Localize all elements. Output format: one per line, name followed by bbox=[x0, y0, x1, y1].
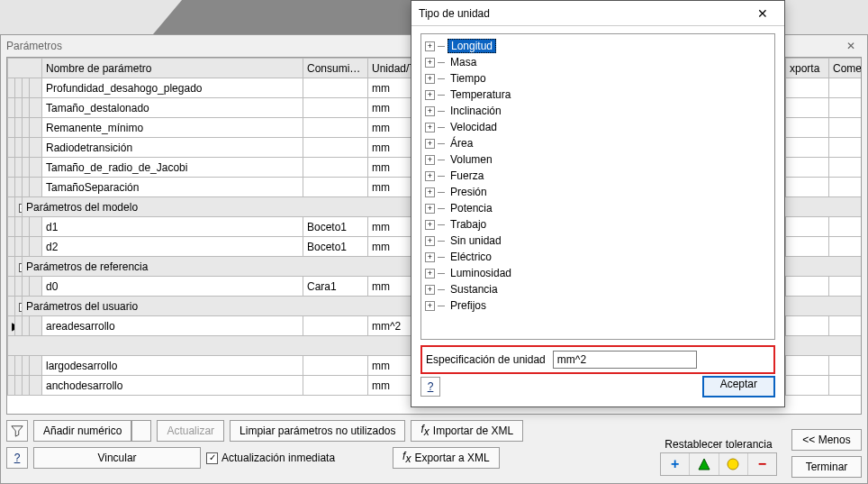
tol-minus-icon[interactable]: − bbox=[748, 453, 776, 475]
unit-spec-label: Especificación de unidad bbox=[426, 353, 546, 366]
tree-item-potencia[interactable]: +Potencia bbox=[425, 200, 771, 216]
tol-circle-icon[interactable] bbox=[719, 453, 748, 475]
col-name[interactable]: Nombre de parámetro bbox=[42, 59, 303, 78]
col-export[interactable]: xporta bbox=[786, 59, 829, 78]
link-button[interactable]: Vincular bbox=[33, 447, 201, 469]
unit-tree[interactable]: +Longitud+Masa+Tiempo+Temperatura+Inclin… bbox=[420, 33, 775, 340]
export-xml-button[interactable]: fx Exportar a XML bbox=[393, 447, 500, 469]
update-button[interactable]: Actualizar bbox=[157, 420, 224, 442]
tree-item-presión[interactable]: +Presión bbox=[425, 184, 771, 200]
accept-button[interactable]: Aceptar bbox=[702, 376, 775, 397]
svg-point-0 bbox=[728, 459, 738, 470]
tree-item-sin-unidad[interactable]: +Sin unidad bbox=[425, 233, 771, 249]
parameters-bottom-toolbar: Añadir numérico Actualizar Limpiar parám… bbox=[1, 415, 867, 483]
help-icon[interactable]: ? bbox=[6, 447, 28, 469]
tree-item-área[interactable]: +Área bbox=[425, 135, 771, 151]
tree-item-eléctrico[interactable]: +Eléctrico bbox=[425, 249, 771, 265]
unit-dialog-close-icon[interactable]: ✕ bbox=[748, 3, 777, 24]
immediate-update-checkbox[interactable]: ✓ Actualización inmediata bbox=[206, 452, 335, 464]
unit-spec-input[interactable] bbox=[553, 351, 697, 369]
tree-item-longitud[interactable]: +Longitud bbox=[425, 38, 771, 54]
tree-item-prefijos[interactable]: +Prefijos bbox=[425, 297, 771, 314]
finish-button[interactable]: Terminar bbox=[791, 456, 862, 478]
col-consumed[interactable]: Consumido p bbox=[303, 59, 368, 78]
filter-icon[interactable] bbox=[6, 420, 28, 442]
add-numeric-dropdown[interactable] bbox=[131, 420, 151, 442]
unit-help-icon[interactable]: ? bbox=[420, 377, 440, 397]
reset-tolerance-label: Restablecer tolerancia bbox=[660, 438, 777, 451]
tol-triangle-icon[interactable] bbox=[690, 453, 719, 475]
tree-item-tiempo[interactable]: +Tiempo bbox=[425, 70, 771, 87]
tree-item-luminosidad[interactable]: +Luminosidad bbox=[425, 265, 771, 281]
tree-item-fuerza[interactable]: +Fuerza bbox=[425, 168, 771, 184]
tree-item-inclinación[interactable]: +Inclinación bbox=[425, 103, 771, 119]
unit-dialog-title: Tipo de unidad bbox=[419, 7, 490, 20]
parameters-title: Parámetros bbox=[6, 35, 62, 57]
tolerance-icons: + − bbox=[660, 452, 777, 476]
tree-item-trabajo[interactable]: +Trabajo bbox=[425, 216, 771, 233]
tol-plus-icon[interactable]: + bbox=[661, 453, 690, 475]
col-comment[interactable]: Comentario bbox=[829, 59, 863, 78]
unit-type-dialog: Tipo de unidad ✕ +Longitud+Masa+Tiempo+T… bbox=[411, 0, 785, 407]
tree-item-sustancia[interactable]: +Sustancia bbox=[425, 281, 771, 297]
clean-unused-button[interactable]: Limpiar parámetros no utilizados bbox=[230, 420, 405, 442]
unit-spec-highlight: Especificación de unidad bbox=[420, 345, 775, 374]
parameters-close-icon[interactable]: ✕ bbox=[840, 35, 862, 57]
tree-item-volumen[interactable]: +Volumen bbox=[425, 151, 771, 168]
add-numeric-button[interactable]: Añadir numérico bbox=[33, 420, 131, 442]
tree-item-velocidad[interactable]: +Velocidad bbox=[425, 119, 771, 135]
import-xml-button[interactable]: fx Importar de XML bbox=[411, 420, 523, 442]
less-button[interactable]: << Menos bbox=[791, 429, 862, 451]
tree-item-masa[interactable]: +Masa bbox=[425, 54, 771, 70]
tree-item-temperatura[interactable]: +Temperatura bbox=[425, 87, 771, 103]
